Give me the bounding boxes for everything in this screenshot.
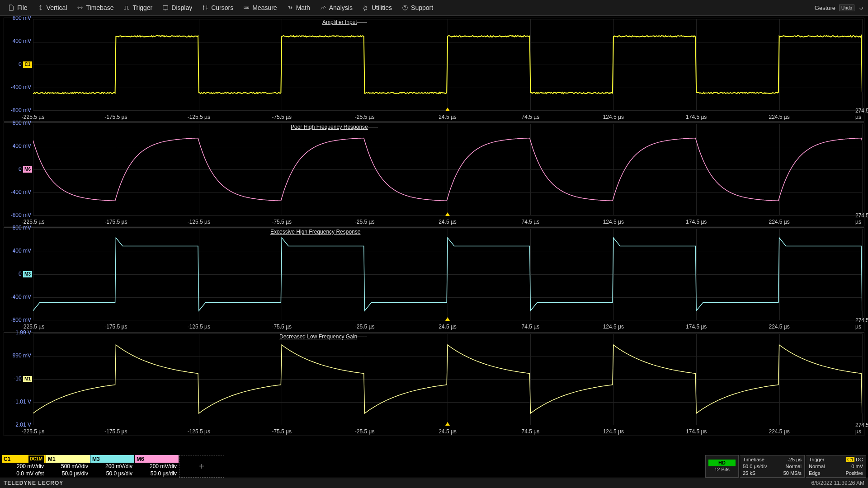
- timebase-icon: [77, 5, 83, 11]
- x-tick-label: 24.5 µs: [439, 428, 457, 435]
- descriptor-name: M6: [137, 455, 144, 463]
- menu-display[interactable]: Display: [158, 2, 197, 14]
- y-tick-label: 990 mV: [13, 352, 31, 359]
- x-tick-label: 174.5 µs: [686, 324, 707, 330]
- x-tick-label: 24.5 µs: [439, 114, 457, 120]
- display-icon: [162, 5, 169, 11]
- x-tick-label: 174.5 µs: [686, 428, 707, 435]
- descriptor-header: M6: [135, 455, 179, 463]
- x-axis: -225.5 µs-175.5 µs-125.5 µs-75.5 µs-25.5…: [33, 426, 862, 436]
- channel-descriptor[interactable]: M3200 mV/div50.0 µs/div: [90, 455, 135, 478]
- channel-descriptor[interactable]: C1DC1M200 mV/div0.0 mV ofst: [2, 455, 46, 478]
- menu-trigger[interactable]: Trigger: [119, 2, 157, 14]
- channel-descriptor[interactable]: M1500 mV/div50.0 µs/div: [46, 455, 90, 478]
- descriptor-scale: 200 mV/div: [2, 463, 46, 470]
- menu-measure[interactable]: Measure: [239, 2, 281, 14]
- hd-bits: 12 Bits: [708, 466, 736, 473]
- hd-box[interactable]: HD 12 Bits: [705, 455, 739, 478]
- timebase-mode: Normal: [786, 463, 802, 470]
- y-tick-label: 800 mV: [13, 225, 31, 231]
- footer: C1DC1M200 mV/div0.0 mV ofstM1500 mV/div5…: [0, 455, 868, 488]
- x-tick-label: 124.5 µs: [603, 219, 624, 225]
- timebase-title: Timebase: [743, 456, 764, 463]
- x-tick-label: -25.5 µs: [355, 219, 375, 225]
- x-tick-label: 274.5 µs: [855, 108, 868, 120]
- menu-math[interactable]: Math: [283, 2, 315, 14]
- x-tick-label: 274.5 µs: [855, 422, 868, 435]
- x-tick-label: -225.5 µs: [22, 219, 44, 225]
- menu-file-label: File: [17, 4, 28, 11]
- x-tick-label: 74.5 µs: [522, 324, 540, 330]
- menu-measure-label: Measure: [252, 4, 277, 11]
- x-tick-label: 24.5 µs: [439, 219, 457, 225]
- waveform-trace: [33, 229, 862, 320]
- menubar: File Vertical Timebase Trigger Display C…: [0, 0, 868, 16]
- brand-bar: TELEDYNE LECROY 6/8/2022 11:39:26 AM: [0, 478, 868, 488]
- menu-support-label: Support: [411, 4, 433, 11]
- waveform-grid[interactable]: 800 mV400 mV0 mV-400 mV-800 mVM6Poor Hig…: [4, 122, 864, 226]
- x-tick-label: 274.5 µs: [855, 317, 868, 330]
- menu-cursors-label: Cursors: [211, 4, 233, 11]
- menu-support[interactable]: Support: [397, 2, 438, 14]
- channel-badge[interactable]: M6: [23, 166, 32, 173]
- channel-badge[interactable]: C1: [23, 61, 32, 68]
- waveform-grid[interactable]: 800 mV400 mV0 mV-400 mV-800 mVC1Amplifie…: [4, 18, 864, 122]
- analysis-icon: [320, 5, 326, 11]
- redo-icon[interactable]: [858, 5, 864, 11]
- timebase-box[interactable]: Timebase-25 µs 50.0 µs/divNormal 25 kS50…: [740, 455, 805, 478]
- y-tick-label: -2.01 V: [14, 422, 31, 428]
- y-tick-label: -800 mV: [11, 107, 31, 113]
- datetime-label: 6/8/2022 11:39:26 AM: [811, 480, 864, 486]
- timebase-scale: 50.0 µs/div: [743, 463, 767, 470]
- x-tick-label: -25.5 µs: [355, 114, 375, 120]
- channel-descriptor[interactable]: M6200 mV/div50.0 µs/div: [135, 455, 179, 478]
- brand-label: TELEDYNE LECROY: [4, 480, 63, 486]
- menu-file[interactable]: File: [4, 2, 32, 14]
- menu-cursors[interactable]: Cursors: [198, 2, 238, 14]
- y-tick-label: -800 mV: [11, 212, 31, 218]
- add-trace-button[interactable]: +: [179, 455, 224, 478]
- waveform-trace: [33, 19, 862, 110]
- x-axis: -225.5 µs-175.5 µs-125.5 µs-75.5 µs-25.5…: [33, 216, 862, 226]
- menu-math-label: Math: [296, 4, 310, 11]
- trigger-box[interactable]: TriggerC1 DC Normal0 mV EdgePositive: [806, 455, 866, 478]
- x-tick-label: -25.5 µs: [355, 324, 375, 330]
- x-tick-label: 74.5 µs: [522, 428, 540, 435]
- waveform-grid-area: 800 mV400 mV0 mV-400 mV-800 mVC1Amplifie…: [0, 16, 868, 437]
- x-tick-label: 224.5 µs: [769, 428, 789, 435]
- menu-analysis[interactable]: Analysis: [316, 2, 357, 14]
- waveform-grid[interactable]: 1.99 V990 mV-10 mV-1.01 V-2.01 VM1Decrea…: [4, 332, 864, 436]
- gridline-v: [862, 333, 863, 425]
- menu-vertical-label: Vertical: [47, 4, 67, 11]
- math-icon: [287, 5, 293, 11]
- descriptor-offset: 50.0 µs/div: [135, 470, 179, 477]
- x-tick-label: 174.5 µs: [686, 219, 707, 225]
- gridline-v: [862, 19, 863, 110]
- trigger-level: 0 mV: [851, 463, 863, 470]
- undo-button[interactable]: Undo: [839, 5, 854, 11]
- channel-badge[interactable]: M1: [23, 376, 32, 382]
- timebase-rate: 50 MS/s: [783, 470, 802, 477]
- descriptor-header: M3: [90, 455, 134, 463]
- menu-timebase[interactable]: Timebase: [72, 2, 118, 14]
- plot-area: M1Decreased Low Frequency Gain: [33, 333, 862, 425]
- gesture-label[interactable]: Gesture: [815, 5, 835, 11]
- x-tick-label: -225.5 µs: [22, 114, 44, 120]
- timebase-delay: -25 µs: [788, 456, 802, 463]
- menu-timebase-label: Timebase: [86, 4, 113, 11]
- menu-vertical[interactable]: Vertical: [33, 2, 72, 14]
- x-tick-label: -125.5 µs: [188, 219, 210, 225]
- trigger-coup: DC: [856, 457, 863, 462]
- descriptor-row: C1DC1M200 mV/div0.0 mV ofstM1500 mV/div5…: [0, 455, 868, 478]
- y-tick-label: 1.99 V: [15, 329, 31, 336]
- x-tick-label: -75.5 µs: [272, 219, 292, 225]
- vertical-icon: [38, 5, 44, 11]
- channel-badge[interactable]: M3: [23, 271, 32, 277]
- y-tick-label: 800 mV: [13, 15, 31, 21]
- x-tick-label: -175.5 µs: [104, 324, 127, 330]
- measure-icon: [243, 5, 250, 11]
- menu-utilities[interactable]: Utilities: [358, 2, 396, 14]
- x-axis: -225.5 µs-175.5 µs-125.5 µs-75.5 µs-25.5…: [33, 321, 862, 331]
- y-tick-label: -400 mV: [11, 189, 31, 195]
- waveform-grid[interactable]: 800 mV400 mV0 mV-400 mV-800 mVM3Excessiv…: [4, 227, 864, 331]
